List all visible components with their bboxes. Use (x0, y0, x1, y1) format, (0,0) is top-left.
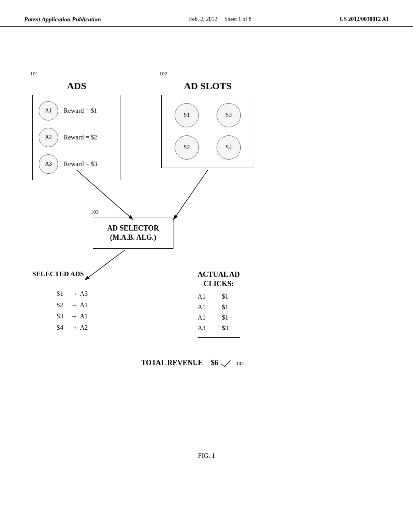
total-amount: $6 104 (211, 359, 244, 368)
selector-title: AD SELECTOR (M.A.B. ALG.) (97, 224, 169, 243)
slots-ref-label: 102 (159, 71, 167, 77)
page: Patent Application Publication Feb. 2, 2… (0, 0, 413, 532)
ad-circle-a1: A1 (39, 101, 58, 121)
click-ad-2: A1 (198, 303, 210, 311)
slots-box: S1 S3 S2 S4 (161, 95, 254, 168)
selector-title-line1: AD SELECTOR (107, 224, 159, 232)
mapping-arrow-4: → (71, 324, 77, 331)
click-amount-4: $3 (222, 324, 234, 332)
mapping-from-s4: S4 (56, 324, 69, 331)
ads-title: ADS (32, 81, 121, 91)
mapping-arrow-1: → (71, 290, 77, 297)
mapping-from-s1: S1 (56, 290, 69, 297)
diagram: 101 ADS A1 Reward = $1 A2 Reward = $2 A3… (24, 64, 389, 484)
click-row-3: A1 $1 (198, 314, 240, 321)
mapping-from-s2: S2 (56, 301, 69, 309)
header-sheet: Sheet 1 of 8 (224, 16, 251, 22)
clicks-rows: A1 $1 A1 $1 A1 $1 A3 $3 (198, 293, 240, 340)
click-amount-3: $1 (222, 314, 234, 321)
total-amount-value: $6 (211, 359, 218, 367)
ad-reward-a3: Reward = $3 (64, 160, 97, 168)
svg-line-1 (173, 170, 208, 220)
click-ad-4: A3 (198, 324, 210, 332)
ad-row-a2: A2 Reward = $2 (39, 128, 115, 147)
ads-section: 101 ADS A1 Reward = $1 A2 Reward = $2 A3… (32, 81, 121, 180)
slot-s2: S2 (175, 135, 199, 160)
selector-box: AD SELECTOR (M.A.B. ALG.) (93, 218, 173, 249)
ad-row-a1: A1 Reward = $1 (39, 101, 115, 121)
mapping-arrow-2: → (71, 301, 77, 309)
total-ref-label: 104 (236, 360, 244, 366)
ad-reward-a2: Reward = $2 (64, 134, 97, 141)
svg-line-4 (221, 364, 225, 367)
mapping-to-a3: A3 (80, 290, 88, 297)
ad-circle-a2: A2 (39, 128, 58, 147)
ads-ref-label: 101 (30, 71, 38, 77)
selected-ads-label: SELECTED ADS (32, 270, 84, 278)
ad-circle-a3: A3 (39, 154, 58, 174)
header-left: Patent Application Publication (24, 16, 101, 23)
mapping-to-a2: A2 (80, 324, 88, 331)
mapping-arrow-3: → (71, 313, 77, 320)
svg-line-5 (225, 360, 230, 367)
checkmark-icon (220, 360, 232, 368)
slots-title: AD SLOTS (161, 81, 254, 91)
click-amount-1: $1 (222, 293, 234, 300)
header-right: US 2012/0030012 A1 (340, 16, 389, 23)
clicks-title: ACTUAL AD CLICKS: (198, 270, 240, 289)
selector-section: 103 AD SELECTOR (M.A.B. ALG.) (93, 218, 173, 249)
slot-s4: S4 (217, 135, 241, 160)
click-ad-3: A1 (198, 314, 210, 321)
mapping-from-s3: S3 (56, 313, 69, 320)
slot-s1: S1 (175, 103, 199, 127)
slot-s3: S3 (217, 103, 241, 127)
mapping-s1-a3: S1 → A3 (56, 290, 88, 297)
total-revenue-label: TOTAL REVENUE (141, 359, 203, 367)
clicks-divider (198, 337, 240, 338)
clicks-title-line1: ACTUAL AD (198, 270, 240, 278)
clicks-section: ACTUAL AD CLICKS: A1 $1 A1 $1 A1 $1 A3 (198, 270, 240, 340)
svg-line-2 (85, 250, 125, 280)
mapping-s2-a1: S2 → A1 (56, 301, 88, 309)
mapping-s3-a1: S3 → A1 (56, 313, 88, 320)
header-center: Feb. 2, 2012 Sheet 1 of 8 (189, 16, 252, 23)
header: Patent Application Publication Feb. 2, 2… (0, 0, 413, 27)
click-row-2: A1 $1 (198, 303, 240, 311)
click-row-1: A1 $1 (198, 293, 240, 300)
click-amount-2: $1 (222, 303, 234, 311)
selector-title-line2: (M.A.B. ALG.) (110, 233, 156, 241)
selector-ref-label: 103 (91, 209, 99, 215)
mapping-s4-a2: S4 → A2 (56, 324, 88, 331)
mapping-to-a1-s3: A1 (80, 313, 88, 320)
header-date: Feb. 2, 2012 (189, 16, 217, 22)
click-row-4: A3 $3 (198, 324, 240, 332)
slots-section: 102 AD SLOTS S1 S3 S2 S4 (161, 81, 254, 168)
ad-reward-a1: Reward = $1 (64, 107, 97, 114)
click-ad-1: A1 (198, 293, 210, 300)
clicks-title-line2: CLICKS: (204, 280, 234, 288)
total-revenue: TOTAL REVENUE $6 104 (141, 359, 244, 368)
mappings: S1 → A3 S2 → A1 S3 → A1 S4 → A2 (56, 290, 88, 331)
ad-row-a3: A3 Reward = $3 (39, 154, 115, 174)
ads-box: A1 Reward = $1 A2 Reward = $2 A3 Reward … (32, 95, 121, 180)
mapping-to-a1-s2: A1 (80, 301, 88, 309)
fig-label: FIG. 1 (198, 452, 215, 459)
